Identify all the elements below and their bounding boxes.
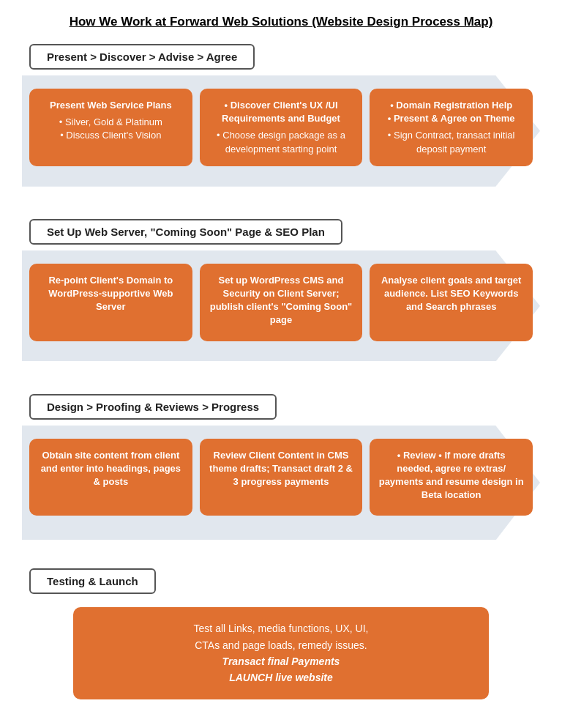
phase1-box1-bullet1: • Silver, Gold & Platinum xyxy=(38,116,184,129)
phase1-section: Present Web Service Plans • Silver, Gold… xyxy=(22,75,540,179)
phase3-box1: Obtain site content from client and ente… xyxy=(29,439,192,516)
phase1-label: Present > Discover > Advise > Agree xyxy=(29,44,255,70)
phase3-header: Design > Proofing & Reviews > Progress xyxy=(22,394,540,420)
phase4-label: Testing & Launch xyxy=(29,568,156,594)
phase1-header: Present > Discover > Advise > Agree xyxy=(22,44,540,70)
phase3-label: Design > Proofing & Reviews > Progress xyxy=(29,394,277,420)
phase1-box1-bullet2: • Discuss Client's Vision xyxy=(38,129,184,142)
phase1-boxes: Present Web Service Plans • Silver, Gold… xyxy=(29,89,533,166)
phase2-label: Set Up Web Server, "Coming Soon" Page & … xyxy=(29,219,342,245)
phase4-box: Test all Links, media functions, UX, UI,… xyxy=(73,607,489,699)
phase2-box3-title: Analyse client goals and target audience… xyxy=(378,274,524,314)
phase1-box1-title: Present Web Service Plans xyxy=(38,99,184,112)
phase1-box1: Present Web Service Plans • Silver, Gold… xyxy=(29,89,192,166)
phase2-boxes: Re-point Client's Domain to WordPress-su… xyxy=(29,264,533,341)
phase2-box2: Set up WordPress CMS and Security on Cli… xyxy=(200,264,363,341)
phase1-box2-title: • Discover Client's UX /UI Requirements … xyxy=(209,99,354,125)
phase3-boxes: Obtain site content from client and ente… xyxy=(29,439,533,516)
phase3-box3: • Review • If more drafts needed, agree … xyxy=(370,439,533,516)
phase3-box2-title: Review Client Content in CMS theme draft… xyxy=(209,449,354,489)
phase3-box2: Review Client Content in CMS theme draft… xyxy=(200,439,363,516)
phase2-box1-title: Re-point Client's Domain to WordPress-su… xyxy=(38,274,184,314)
phase3-section: Obtain site content from client and ente… xyxy=(22,426,540,530)
phase1-box2-bullet1: • Choose design package as a development… xyxy=(209,129,354,155)
phase4-header: Testing & Launch xyxy=(22,568,540,594)
phase3-box1-title: Obtain site content from client and ente… xyxy=(38,449,184,489)
phase2-box2-title: Set up WordPress CMS and Security on Cli… xyxy=(209,274,354,327)
page-title: How We Work at Forward Web Solutions (We… xyxy=(22,15,540,29)
phase4-line2: CTAs and page loads, remedy issues. xyxy=(88,637,474,653)
phase1-box3-title: • Domain Registration Help• Present & Ag… xyxy=(378,99,524,125)
phase3-box3-title: • Review • If more drafts needed, agree … xyxy=(378,449,524,502)
phase2-section: Re-point Client's Domain to WordPress-su… xyxy=(22,250,540,354)
phase1-box3: • Domain Registration Help• Present & Ag… xyxy=(370,89,533,166)
phase1-box3-bullet1: • Sign Contract, transact initial deposi… xyxy=(378,129,524,155)
phase2-box3: Analyse client goals and target audience… xyxy=(370,264,533,341)
phase4-line4: LAUNCH live website xyxy=(88,669,474,686)
phase4-line3: Transact final Payments xyxy=(88,653,474,669)
phase2-header: Set Up Web Server, "Coming Soon" Page & … xyxy=(22,219,540,245)
phase4-section: Test all Links, media functions, UX, UI,… xyxy=(22,600,540,714)
phase2-box1: Re-point Client's Domain to WordPress-su… xyxy=(29,264,192,341)
phase4-line1: Test all Links, media functions, UX, UI, xyxy=(88,620,474,636)
phase1-box2: • Discover Client's UX /UI Requirements … xyxy=(200,89,363,166)
